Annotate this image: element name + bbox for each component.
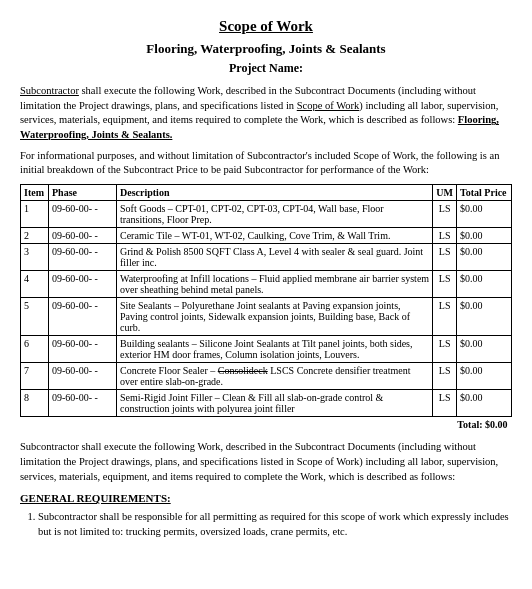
cell-price: $0.00 [457,201,512,228]
cell-desc: Soft Goods – CPT-01, CPT-02, CPT-03, CPT… [117,201,433,228]
cell-desc: Ceramic Tile – WT-01, WT-02, Caulking, C… [117,228,433,244]
main-title: Scope of Work [20,18,512,35]
cell-item: 8 [21,390,49,417]
bottom-paragraph: Subcontractor shall execute the followin… [20,440,512,484]
cell-desc: Semi-Rigid Joint Filler – Clean & Fill a… [117,390,433,417]
cell-um: LS [433,390,457,417]
cell-item: 2 [21,228,49,244]
cell-phase: 09-60-00- - [49,271,117,298]
cell-phase: 09-60-00- - [49,390,117,417]
cell-price: $0.00 [457,390,512,417]
cell-um: LS [433,228,457,244]
intro-paragraph-1: Subcontractor shall execute the followin… [20,84,512,143]
cell-phase: 09-60-00- - [49,298,117,336]
cell-price: $0.00 [457,271,512,298]
cell-um: LS [433,363,457,390]
table-row: 309-60-00- -Grind & Polish 8500 SQFT Cla… [21,244,512,271]
table-row: 509-60-00- -Site Sealants – Polyurethane… [21,298,512,336]
cell-desc: Site Sealants – Polyurethane Joint seala… [117,298,433,336]
cell-desc: Grind & Polish 8500 SQFT Class A, Level … [117,244,433,271]
requirements-list: Subcontractor shall be responsible for a… [20,510,512,539]
cell-price: $0.00 [457,363,512,390]
cell-desc: Waterproofing at Infill locations – Flui… [117,271,433,298]
cell-price: $0.00 [457,244,512,271]
req-item-1: Subcontractor shall be responsible for a… [38,510,512,539]
cell-item: 7 [21,363,49,390]
cell-um: LS [433,201,457,228]
col-header-item: Item [21,185,49,201]
general-requirements-heading: GENERAL REQUIREMENTS: [20,492,512,504]
cell-phase: 09-60-00- - [49,336,117,363]
cell-phase: 09-60-00- - [49,228,117,244]
subtitle: Flooring, Waterproofing, Joints & Sealan… [20,41,512,57]
table-row: 209-60-00- -Ceramic Tile – WT-01, WT-02,… [21,228,512,244]
table-row: 709-60-00- -Concrete Floor Sealer – Cons… [21,363,512,390]
cell-item: 3 [21,244,49,271]
cell-item: 5 [21,298,49,336]
project-name: Project Name: [20,61,512,76]
cell-um: LS [433,244,457,271]
cell-item: 1 [21,201,49,228]
table-row: 409-60-00- -Waterproofing at Infill loca… [21,271,512,298]
table-row: 809-60-00- -Semi-Rigid Joint Filler – Cl… [21,390,512,417]
table-row: 109-60-00- -Soft Goods – CPT-01, CPT-02,… [21,201,512,228]
scope-table: Item Phase Description UM Total Price 10… [20,184,512,432]
total-cell: Total: $0.00 [21,417,512,433]
cell-price: $0.00 [457,336,512,363]
cell-phase: 09-60-00- - [49,363,117,390]
cell-um: LS [433,298,457,336]
col-header-phase: Phase [49,185,117,201]
cell-item: 4 [21,271,49,298]
col-header-price: Total Price [457,185,512,201]
intro-paragraph-2: For informational purposes, and without … [20,149,512,178]
cell-item: 6 [21,336,49,363]
cell-phase: 09-60-00- - [49,244,117,271]
col-header-um: UM [433,185,457,201]
cell-price: $0.00 [457,228,512,244]
cell-desc: Building sealants – Silicone Joint Seala… [117,336,433,363]
cell-price: $0.00 [457,298,512,336]
cell-phase: 09-60-00- - [49,201,117,228]
cell-desc: Concrete Floor Sealer – Consolideck LSCS… [117,363,433,390]
cell-um: LS [433,336,457,363]
table-row: 609-60-00- -Building sealants – Silicone… [21,336,512,363]
col-header-desc: Description [117,185,433,201]
cell-um: LS [433,271,457,298]
